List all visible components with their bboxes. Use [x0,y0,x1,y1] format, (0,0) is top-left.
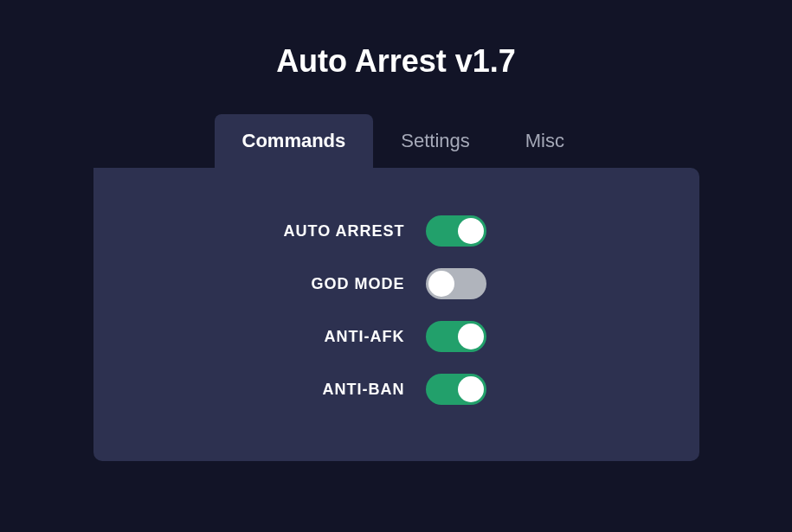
tabs-container: Commands Settings Misc [215,114,593,168]
toggle-auto-arrest[interactable] [426,215,486,247]
option-label-anti-afk: ANTI-AFK [128,328,405,346]
tab-settings[interactable]: Settings [373,114,498,168]
toggle-anti-ban[interactable] [426,374,486,405]
option-label-auto-arrest: AUTO ARREST [128,222,405,240]
commands-panel: AUTO ARREST GOD MODE ANTI-AFK ANTI-BAN [93,168,699,461]
option-anti-ban: ANTI-BAN [128,374,665,405]
toggle-knob [458,376,484,402]
toggle-knob [458,324,484,349]
tab-commands[interactable]: Commands [215,114,374,168]
option-god-mode: GOD MODE [128,268,665,299]
toggle-knob [428,271,454,297]
toggle-knob [458,218,484,244]
option-label-anti-ban: ANTI-BAN [128,381,405,399]
option-anti-afk: ANTI-AFK [128,321,665,352]
option-label-god-mode: GOD MODE [128,275,405,293]
toggle-god-mode[interactable] [426,268,486,299]
toggle-anti-afk[interactable] [426,321,486,352]
app-title: Auto Arrest v1.7 [276,43,516,80]
main-panel-wrapper: Commands Settings Misc AUTO ARREST GOD M… [93,114,699,461]
option-auto-arrest: AUTO ARREST [128,215,665,247]
tab-misc[interactable]: Misc [498,114,592,168]
